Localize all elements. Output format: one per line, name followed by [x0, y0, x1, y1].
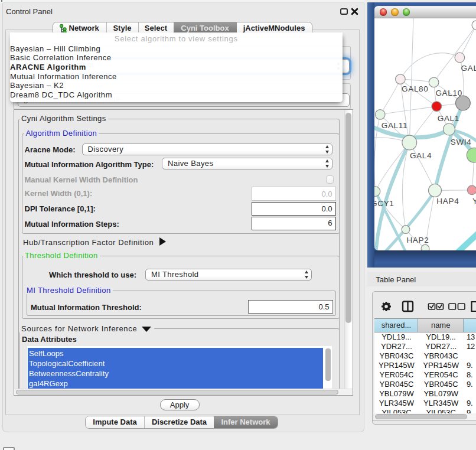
- svg-text:GAL4: GAL4: [409, 151, 431, 160]
- svg-text:HAP2: HAP2: [406, 236, 429, 244]
- svg-text:GCY1: GCY1: [374, 199, 395, 208]
- svg-text:GAL: GAL: [461, 64, 476, 73]
- svg-text:GAL1: GAL1: [437, 114, 459, 123]
- svg-text:GAL10: GAL10: [435, 89, 462, 97]
- svg-text:HAP4: HAP4: [436, 197, 459, 206]
- svg-text:GAL80: GAL80: [402, 84, 429, 93]
- svg-text:GAL11: GAL11: [381, 121, 407, 130]
- svg-text:Y: Y: [472, 197, 476, 206]
- svg-text:SWI4: SWI4: [450, 138, 471, 146]
